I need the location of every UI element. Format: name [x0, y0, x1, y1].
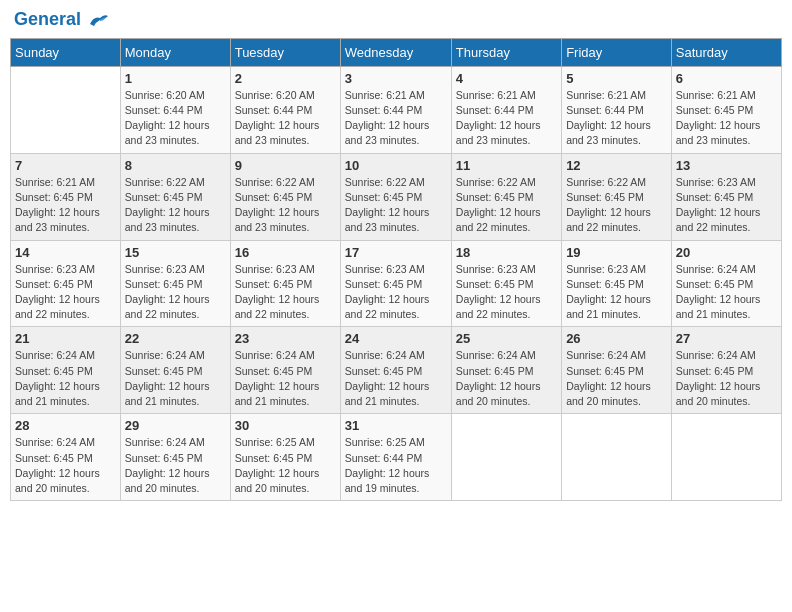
sunset-label: Sunset: 6:45 PM — [456, 278, 534, 290]
day-info: Sunrise: 6:25 AM Sunset: 6:44 PM Dayligh… — [345, 435, 447, 496]
logo: General — [14, 10, 110, 30]
sunrise-label: Sunrise: 6:21 AM — [15, 176, 95, 188]
sunset-label: Sunset: 6:45 PM — [125, 365, 203, 377]
sunset-label: Sunset: 6:45 PM — [15, 191, 93, 203]
calendar-day-cell: 14 Sunrise: 6:23 AM Sunset: 6:45 PM Dayl… — [11, 240, 121, 327]
calendar-day-cell: 16 Sunrise: 6:23 AM Sunset: 6:45 PM Dayl… — [230, 240, 340, 327]
daylight-label: Daylight: 12 hours and 20 minutes. — [456, 380, 541, 407]
day-number: 7 — [15, 158, 116, 173]
day-number: 24 — [345, 331, 447, 346]
sunrise-label: Sunrise: 6:24 AM — [676, 349, 756, 361]
day-info: Sunrise: 6:23 AM Sunset: 6:45 PM Dayligh… — [676, 175, 777, 236]
sunrise-label: Sunrise: 6:24 AM — [345, 349, 425, 361]
calendar-week-row: 14 Sunrise: 6:23 AM Sunset: 6:45 PM Dayl… — [11, 240, 782, 327]
sunrise-label: Sunrise: 6:23 AM — [676, 176, 756, 188]
day-info: Sunrise: 6:25 AM Sunset: 6:45 PM Dayligh… — [235, 435, 336, 496]
day-number: 9 — [235, 158, 336, 173]
day-number: 12 — [566, 158, 667, 173]
calendar-day-cell: 26 Sunrise: 6:24 AM Sunset: 6:45 PM Dayl… — [562, 327, 672, 414]
day-info: Sunrise: 6:24 AM Sunset: 6:45 PM Dayligh… — [125, 435, 226, 496]
calendar-day-cell: 12 Sunrise: 6:22 AM Sunset: 6:45 PM Dayl… — [562, 153, 672, 240]
daylight-label: Daylight: 12 hours and 21 minutes. — [235, 380, 320, 407]
calendar-day-cell: 19 Sunrise: 6:23 AM Sunset: 6:45 PM Dayl… — [562, 240, 672, 327]
sunset-label: Sunset: 6:45 PM — [15, 452, 93, 464]
day-info: Sunrise: 6:24 AM Sunset: 6:45 PM Dayligh… — [676, 348, 777, 409]
daylight-label: Daylight: 12 hours and 20 minutes. — [15, 467, 100, 494]
day-number: 11 — [456, 158, 557, 173]
day-number: 27 — [676, 331, 777, 346]
sunset-label: Sunset: 6:44 PM — [566, 104, 644, 116]
calendar-week-row: 28 Sunrise: 6:24 AM Sunset: 6:45 PM Dayl… — [11, 414, 782, 501]
sunrise-label: Sunrise: 6:22 AM — [566, 176, 646, 188]
calendar-day-cell: 28 Sunrise: 6:24 AM Sunset: 6:45 PM Dayl… — [11, 414, 121, 501]
calendar-header: SundayMondayTuesdayWednesdayThursdayFrid… — [11, 38, 782, 66]
calendar-week-row: 21 Sunrise: 6:24 AM Sunset: 6:45 PM Dayl… — [11, 327, 782, 414]
day-info: Sunrise: 6:24 AM Sunset: 6:45 PM Dayligh… — [15, 435, 116, 496]
calendar-day-cell: 29 Sunrise: 6:24 AM Sunset: 6:45 PM Dayl… — [120, 414, 230, 501]
day-info: Sunrise: 6:20 AM Sunset: 6:44 PM Dayligh… — [235, 88, 336, 149]
sunrise-label: Sunrise: 6:25 AM — [345, 436, 425, 448]
day-number: 22 — [125, 331, 226, 346]
calendar-day-cell: 8 Sunrise: 6:22 AM Sunset: 6:45 PM Dayli… — [120, 153, 230, 240]
sunrise-label: Sunrise: 6:22 AM — [345, 176, 425, 188]
day-info: Sunrise: 6:24 AM Sunset: 6:45 PM Dayligh… — [235, 348, 336, 409]
sunset-label: Sunset: 6:44 PM — [456, 104, 534, 116]
day-number: 17 — [345, 245, 447, 260]
sunrise-label: Sunrise: 6:22 AM — [235, 176, 315, 188]
day-of-week-header: Wednesday — [340, 38, 451, 66]
sunset-label: Sunset: 6:45 PM — [456, 191, 534, 203]
calendar-day-cell: 9 Sunrise: 6:22 AM Sunset: 6:45 PM Dayli… — [230, 153, 340, 240]
calendar-day-cell — [451, 414, 561, 501]
day-info: Sunrise: 6:24 AM Sunset: 6:45 PM Dayligh… — [15, 348, 116, 409]
sunrise-label: Sunrise: 6:23 AM — [235, 263, 315, 275]
sunrise-label: Sunrise: 6:22 AM — [456, 176, 536, 188]
day-number: 10 — [345, 158, 447, 173]
calendar-day-cell: 18 Sunrise: 6:23 AM Sunset: 6:45 PM Dayl… — [451, 240, 561, 327]
sunrise-label: Sunrise: 6:24 AM — [125, 349, 205, 361]
day-info: Sunrise: 6:23 AM Sunset: 6:45 PM Dayligh… — [456, 262, 557, 323]
calendar-day-cell: 7 Sunrise: 6:21 AM Sunset: 6:45 PM Dayli… — [11, 153, 121, 240]
day-number: 8 — [125, 158, 226, 173]
calendar-day-cell: 1 Sunrise: 6:20 AM Sunset: 6:44 PM Dayli… — [120, 66, 230, 153]
day-of-week-header: Saturday — [671, 38, 781, 66]
sunset-label: Sunset: 6:45 PM — [676, 278, 754, 290]
day-info: Sunrise: 6:24 AM Sunset: 6:45 PM Dayligh… — [676, 262, 777, 323]
calendar-day-cell: 27 Sunrise: 6:24 AM Sunset: 6:45 PM Dayl… — [671, 327, 781, 414]
sunset-label: Sunset: 6:45 PM — [345, 278, 423, 290]
calendar-day-cell: 5 Sunrise: 6:21 AM Sunset: 6:44 PM Dayli… — [562, 66, 672, 153]
day-info: Sunrise: 6:22 AM Sunset: 6:45 PM Dayligh… — [125, 175, 226, 236]
calendar-day-cell: 17 Sunrise: 6:23 AM Sunset: 6:45 PM Dayl… — [340, 240, 451, 327]
calendar-day-cell: 6 Sunrise: 6:21 AM Sunset: 6:45 PM Dayli… — [671, 66, 781, 153]
calendar-week-row: 1 Sunrise: 6:20 AM Sunset: 6:44 PM Dayli… — [11, 66, 782, 153]
day-number: 4 — [456, 71, 557, 86]
calendar-day-cell: 2 Sunrise: 6:20 AM Sunset: 6:44 PM Dayli… — [230, 66, 340, 153]
day-number: 5 — [566, 71, 667, 86]
daylight-label: Daylight: 12 hours and 21 minutes. — [345, 380, 430, 407]
sunrise-label: Sunrise: 6:24 AM — [456, 349, 536, 361]
day-number: 30 — [235, 418, 336, 433]
sunset-label: Sunset: 6:45 PM — [676, 191, 754, 203]
calendar-body: 1 Sunrise: 6:20 AM Sunset: 6:44 PM Dayli… — [11, 66, 782, 500]
daylight-label: Daylight: 12 hours and 21 minutes. — [125, 380, 210, 407]
day-info: Sunrise: 6:22 AM Sunset: 6:45 PM Dayligh… — [456, 175, 557, 236]
day-number: 29 — [125, 418, 226, 433]
day-info: Sunrise: 6:23 AM Sunset: 6:45 PM Dayligh… — [235, 262, 336, 323]
day-number: 14 — [15, 245, 116, 260]
day-info: Sunrise: 6:24 AM Sunset: 6:45 PM Dayligh… — [456, 348, 557, 409]
day-number: 28 — [15, 418, 116, 433]
day-number: 18 — [456, 245, 557, 260]
calendar-day-cell — [671, 414, 781, 501]
daylight-label: Daylight: 12 hours and 21 minutes. — [15, 380, 100, 407]
sunset-label: Sunset: 6:44 PM — [235, 104, 313, 116]
day-info: Sunrise: 6:22 AM Sunset: 6:45 PM Dayligh… — [235, 175, 336, 236]
day-number: 19 — [566, 245, 667, 260]
sunset-label: Sunset: 6:45 PM — [676, 365, 754, 377]
day-info: Sunrise: 6:23 AM Sunset: 6:45 PM Dayligh… — [566, 262, 667, 323]
sunset-label: Sunset: 6:45 PM — [345, 365, 423, 377]
day-of-week-header: Sunday — [11, 38, 121, 66]
sunset-label: Sunset: 6:45 PM — [235, 365, 313, 377]
day-info: Sunrise: 6:21 AM Sunset: 6:45 PM Dayligh… — [15, 175, 116, 236]
calendar-day-cell: 15 Sunrise: 6:23 AM Sunset: 6:45 PM Dayl… — [120, 240, 230, 327]
daylight-label: Daylight: 12 hours and 20 minutes. — [676, 380, 761, 407]
day-number: 2 — [235, 71, 336, 86]
